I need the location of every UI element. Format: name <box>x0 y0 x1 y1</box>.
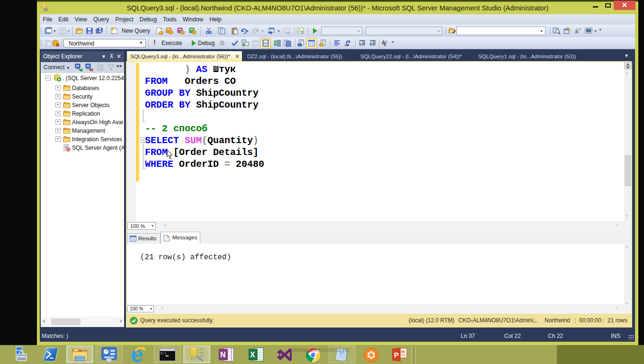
svg-text:C:\: C:\ <box>161 352 167 355</box>
svg-text:B: B <box>384 42 386 47</box>
svg-text:X: X <box>250 351 255 359</box>
svg-text:N: N <box>220 351 226 359</box>
svg-text:P: P <box>394 351 399 359</box>
